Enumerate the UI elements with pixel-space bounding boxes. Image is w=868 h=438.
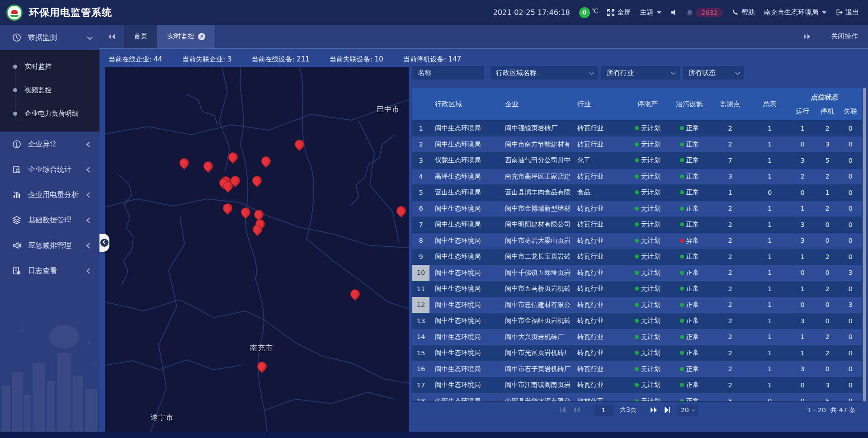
prev-page-button[interactable]	[572, 407, 580, 413]
cell-region: 阆中生态环境局	[429, 265, 500, 281]
status-text: 无计划	[641, 381, 661, 389]
column-header-company[interactable]: 企业	[500, 88, 572, 120]
column-header-facility[interactable]: 治污设施	[669, 88, 710, 120]
column-header-stop[interactable]: 停限产	[626, 88, 669, 120]
monitor-table-panel: 行政区域名称 所有行业 所有状态 行政区域企业行业停限产治污设施监测点总表点位状…	[412, 66, 862, 418]
table-row[interactable]: 5营山生态环境局营山县润丰肉食品有限食品无计划正常10010	[412, 184, 862, 201]
map-panel[interactable]: 巴中市南充市遂宁市	[105, 67, 409, 432]
cell-region: 阆中生态环境局	[429, 361, 500, 377]
column-header-points[interactable]: 监测点	[710, 88, 750, 120]
notifications-button[interactable]: 2632	[686, 8, 723, 17]
table-row[interactable]: 6阆中生态环境局阆中市金博瑞新型墙材砖瓦行业无计划正常21120	[412, 201, 862, 217]
cell-stopped: 2	[816, 249, 839, 265]
column-header-industry[interactable]: 行业	[572, 88, 626, 120]
sidebar-group-label: 应急减排管理	[28, 241, 87, 250]
table-row[interactable]: 15阆中生态环境局阆中市光富页岩机砖厂砖瓦行业无计划正常21120	[412, 345, 862, 361]
cell-idx: 17	[412, 377, 429, 393]
table-row[interactable]: 9阆中生态环境局阆中市二龙长宝页岩砖砖瓦行业无计划正常21120	[412, 249, 862, 265]
sidebar-group-emergency-reduction[interactable]: 应急减排管理	[0, 233, 99, 258]
cell-facility-status: 正常	[669, 361, 710, 377]
table-row[interactable]: 4高坪生态环境局南充市高坪区王家店建砖瓦行业无计划正常31220	[412, 169, 862, 185]
tab-close-icon[interactable]: ✕	[198, 33, 205, 40]
sidebar-item-power-load-detail[interactable]: 企业电力负荷明细	[0, 102, 99, 125]
tabs-scroll-right-button[interactable]	[795, 33, 819, 40]
sidebar: 数据监测实时监控视频监控企业电力负荷明细企业异常企业综合统计企业用电量分析基础数…	[0, 25, 99, 432]
cell-points: 2	[710, 361, 750, 377]
last-page-button[interactable]	[664, 407, 671, 413]
status-dot-icon	[680, 254, 684, 259]
tab-home[interactable]: 首页	[124, 24, 157, 48]
sidebar-item-realtime-monitor[interactable]: 实时监控	[0, 55, 99, 78]
sidebar-group-label: 企业用电量分析	[28, 190, 87, 200]
map-label-南充市: 南充市	[250, 344, 273, 353]
table-row[interactable]: 7阆中生态环境局阆中明阳建材有限公司砖瓦行业无计划正常21300	[412, 217, 862, 233]
status-text: 无计划	[641, 333, 661, 341]
table-row[interactable]: 12阆中生态环境局阆中市忠信建材有限公砖瓦行业无计划正常21003	[412, 297, 862, 313]
next-page-button[interactable]	[650, 407, 658, 413]
cell-lost: 0	[839, 377, 862, 393]
cell-company: 西南油气田分公司川中	[500, 152, 572, 169]
table-row[interactable]: 14阆中生态环境局阆中大兴页岩机砖厂砖瓦行业无计划正常21120	[412, 329, 862, 345]
tab-realtime[interactable]: 实时监控✕	[157, 24, 215, 48]
cell-points: 2	[710, 137, 750, 153]
cell-run: 3	[789, 361, 816, 377]
cell-points: 2	[710, 281, 750, 297]
status-text: 异常	[686, 236, 699, 245]
table-row[interactable]: 17阆中生态环境局阆中市江南镇阆南页岩砖瓦行业无计划正常21030	[412, 377, 862, 393]
sidebar-group-enterprise-abnormal[interactable]: 企业异常	[0, 132, 99, 157]
cell-meters: 0	[750, 393, 789, 402]
table-row[interactable]: 2阆中生态环境局阆中市南方节能建材有砖瓦行业无计划正常21030	[412, 137, 862, 153]
industry-select[interactable]: 所有行业	[601, 66, 680, 80]
megaphone-icon	[12, 240, 22, 250]
close-operations-button[interactable]: 关闭操作	[831, 32, 858, 41]
column-header-meters[interactable]: 总表	[750, 88, 789, 120]
org-dropdown[interactable]: 南充市生态环境局	[764, 8, 826, 17]
table-row[interactable]: 18南部生态环境局南部县升华水泥有限公建材化工无计划正常50050	[412, 393, 862, 402]
table-row[interactable]: 16阆中生态环境局阆中市石子页岩机砖厂砖瓦行业无计划正常21300	[412, 361, 862, 377]
cell-stopped: 2	[816, 169, 839, 185]
cell-run: 1	[789, 120, 816, 137]
table-row[interactable]: 3仪陇生态环境局西南油气田分公司川中化工无计划正常71350	[412, 152, 862, 169]
table-row[interactable]: 1阆中生态环境局阆中强锐页岩砖厂砖瓦行业无计划正常21120	[412, 120, 862, 137]
region-select[interactable]: 行政区域名称	[491, 66, 598, 80]
column-header-lost[interactable]: 失联	[839, 107, 862, 116]
cell-stop-status: 无计划	[626, 233, 669, 249]
cell-company: 阆中市五马桥页岩机砖	[500, 281, 572, 297]
sidebar-group-data-monitor[interactable]: 数据监测	[0, 25, 99, 50]
mute-button[interactable]	[670, 9, 677, 16]
table-row[interactable]: 11阆中生态环境局阆中市五马桥页岩机砖砖瓦行业无计划正常21120	[412, 281, 862, 297]
cell-region: 阆中生态环境局	[429, 313, 500, 329]
column-header-stopped[interactable]: 停机	[816, 107, 839, 116]
table-row[interactable]: 8阆中生态环境局阆中市枣碧大梁山页岩砖瓦行业无计划异常21300	[412, 233, 862, 249]
sidebar-group-enterprise-stats[interactable]: 企业综合统计	[0, 157, 99, 182]
fullscreen-button[interactable]: 全屏	[607, 8, 631, 17]
sidebar-item-video-monitor[interactable]: 视频监控	[0, 78, 99, 102]
column-header-idx[interactable]	[412, 88, 429, 120]
table-row[interactable]: 10阆中生态环境局阆中千佛镇五郎垭页岩砖瓦行业无计划正常21003	[412, 265, 862, 281]
cell-region: 阆中生态环境局	[429, 201, 500, 217]
status-select[interactable]: 所有状态	[683, 66, 744, 80]
map-label-遂宁市: 遂宁市	[151, 413, 174, 423]
page-number-input[interactable]	[594, 405, 613, 416]
status-dot-icon	[635, 303, 639, 307]
sidebar-group-power-analysis[interactable]: 企业用电量分析	[0, 182, 99, 207]
table-row[interactable]: 13阆中生态环境局阆中市金福旺页岩机砖砖瓦行业无计划正常21300	[412, 313, 862, 329]
page-size-select[interactable]: 20	[677, 405, 698, 416]
sidebar-group-log-view[interactable]: 日志查看	[0, 258, 99, 283]
first-page-button[interactable]	[559, 407, 566, 413]
status-dot-icon	[635, 142, 639, 146]
table-scrollbar[interactable]	[863, 88, 866, 401]
status-text: 正常	[686, 156, 699, 165]
name-search-input[interactable]	[412, 66, 484, 80]
column-header-run[interactable]: 运行	[789, 107, 816, 116]
logout-button[interactable]: 退出	[835, 8, 859, 17]
help-button[interactable]: 帮助	[732, 8, 755, 17]
tabs-scroll-left-button[interactable]	[99, 33, 124, 40]
column-header-region[interactable]: 行政区域	[429, 88, 500, 120]
sidebar-item-label: 实时监控	[24, 62, 52, 71]
theme-dropdown[interactable]: 主题	[640, 8, 661, 17]
cell-lost: 0	[839, 217, 862, 233]
status-dot-icon	[680, 207, 684, 211]
sidebar-collapse-handle[interactable]	[99, 234, 109, 252]
sidebar-group-base-data[interactable]: 基础数据管理	[0, 207, 99, 233]
